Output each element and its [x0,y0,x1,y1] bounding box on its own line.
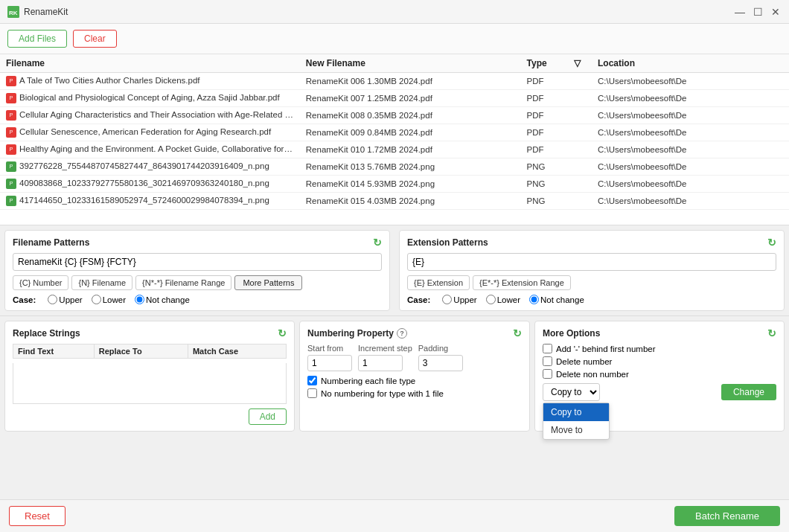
cell-new-filename: RenameKit 010 1.72MB 2024.pdf [300,141,521,158]
extension-patterns-refresh[interactable]: ↻ [767,237,776,249]
pattern-btn-number[interactable]: {C} Number [13,275,68,290]
cell-location: C:\Users\mobeesoft\De [592,124,789,141]
cell-new-filename: RenameKit 015 4.03MB 2024.png [300,193,521,210]
dropdown-copy-to[interactable]: Copy to [543,403,609,421]
table-row: PBiological and Physiological Concept of… [0,90,789,107]
app-icon: RK [7,6,19,18]
filename-case-upper[interactable]: Upper [48,295,82,304]
extension-case-lower[interactable]: Lower [486,295,520,304]
extension-pattern-input[interactable] [407,253,776,271]
cell-location: C:\Users\mobeesoft\De [592,176,789,193]
cell-new-filename: RenameKit 006 1.30MB 2024.pdf [300,73,521,90]
extension-patterns-title: Extension Patterns ↻ [407,237,776,249]
filename-patterns-panel: Filename Patterns ↻ {C} Number {N} Filen… [4,230,390,311]
ext-pattern-btn-extension[interactable]: {E} Extension [407,275,470,290]
clear-button[interactable]: Clear [73,30,117,48]
cell-filter [568,193,592,210]
col-new-filename: New Filename [300,54,521,73]
extension-pattern-buttons: {E} Extension {E*-*} Extension Range [407,275,776,290]
add-dash-row: Add '-' behind first number [543,344,776,353]
cell-new-filename: RenameKit 008 0.35MB 2024.pdf [300,107,521,124]
cell-filter [568,176,592,193]
close-button[interactable]: ✕ [770,6,782,18]
replace-add-button[interactable]: Add [249,408,287,425]
more-options-refresh[interactable]: ↻ [767,327,776,339]
cell-type: PDF [521,107,569,124]
delete-non-number-checkbox[interactable] [543,369,552,379]
cell-filter [568,107,592,124]
pattern-btn-more[interactable]: More Patterns [234,275,302,290]
cell-filename: PA Tale of Two Cities Author Charles Dic… [0,73,300,90]
numbering-property-refresh[interactable]: ↻ [513,327,522,339]
cell-type: PNG [521,176,569,193]
increment-step-input[interactable] [358,355,403,371]
replace-col-find: Find Text [13,344,95,359]
cell-filter [568,141,592,158]
filename-pattern-input[interactable] [13,253,382,271]
pattern-btn-filename-range[interactable]: {N*-*} Filename Range [135,275,231,290]
footer: Reset Batch Rename [0,499,789,532]
cell-filter [568,90,592,107]
file-type-icon: P [6,127,16,138]
no-numbering-checkbox[interactable] [307,388,317,398]
increment-step-label: Increment step [358,344,412,353]
cell-new-filename: RenameKit 007 1.25MB 2024.pdf [300,90,521,107]
table-row: P417144650_10233161589052974_57246000299… [0,193,789,210]
cell-type: PDF [521,124,569,141]
col-filter[interactable]: ▽ [568,54,592,73]
cell-type: PNG [521,158,569,176]
cell-location: C:\Users\mobeesoft\De [592,73,789,90]
maximize-button[interactable]: ☐ [752,6,764,18]
numbering-info-icon[interactable]: ? [397,328,407,339]
replace-strings-refresh[interactable]: ↻ [278,327,287,339]
extension-case-notchange[interactable]: Not change [529,295,584,304]
copy-to-row: Copy to Move to Copy to Move to Change [543,383,776,401]
pattern-btn-filename[interactable]: {N} Filename [71,275,132,290]
window-controls: — ☐ ✕ [734,6,782,18]
replace-col-match: Match Case [188,344,286,359]
start-from-input[interactable] [307,355,352,371]
filter-icon: ▽ [574,58,581,68]
delete-number-checkbox[interactable] [543,356,552,366]
delete-non-number-label: Delete non number [556,370,629,379]
change-button[interactable]: Change [721,384,776,400]
add-files-button[interactable]: Add Files [7,30,67,48]
cell-filename: PCellular Senescence, American Federatio… [0,124,300,141]
extension-case-upper[interactable]: Upper [442,295,476,304]
patterns-row: Filename Patterns ↻ {C} Number {N} Filen… [0,225,789,316]
cell-type: PDF [521,141,569,158]
filename-patterns-refresh[interactable]: ↻ [373,237,382,249]
padding-input[interactable] [418,355,463,371]
cell-new-filename: RenameKit 013 5.76MB 2024.png [300,158,521,176]
filename-patterns-title: Filename Patterns ↻ [13,237,382,249]
cell-filename: P409083868_10233792775580136_30214697093… [0,176,300,193]
cell-filename: PHealthy Aging and the Environment. A Po… [0,141,300,158]
cell-type: PNG [521,193,569,210]
extension-patterns-panel: Extension Patterns ↻ {E} Extension {E*-*… [399,230,785,311]
dropdown-move-to[interactable]: Move to [543,421,609,439]
toolbar: Add Files Clear [0,24,789,54]
table-row: P409083868_10233792775580136_30214697093… [0,176,789,193]
reset-button[interactable]: Reset [9,506,66,526]
copy-to-select[interactable]: Copy to Move to [543,383,600,401]
extension-case-label: Case: [407,295,430,304]
no-numbering-row: No numbering for type with 1 file [307,388,522,398]
add-dash-checkbox[interactable] [543,344,552,353]
col-type: Type [521,54,569,73]
col-filename: Filename [0,54,300,73]
filename-case-lower[interactable]: Lower [92,295,126,304]
ext-pattern-btn-range[interactable]: {E*-*} Extension Range [473,275,571,290]
batch-rename-button[interactable]: Batch Rename [674,506,780,526]
cell-filename: P392776228_75544870745827447_86439017442… [0,158,300,176]
cell-type: PDF [521,73,569,90]
cell-new-filename: RenameKit 014 5.93MB 2024.png [300,176,521,193]
cell-location: C:\Users\mobeesoft\De [592,90,789,107]
cell-filename: PCellular Aging Characteristics and Thei… [0,107,300,124]
cell-new-filename: RenameKit 009 0.84MB 2024.pdf [300,124,521,141]
filename-case-notchange[interactable]: Not change [135,295,190,304]
replace-body [13,363,287,404]
file-type-icon: P [6,144,16,155]
delete-number-row: Delete number [543,356,776,366]
minimize-button[interactable]: — [734,6,746,18]
numbering-each-checkbox[interactable] [307,376,317,385]
